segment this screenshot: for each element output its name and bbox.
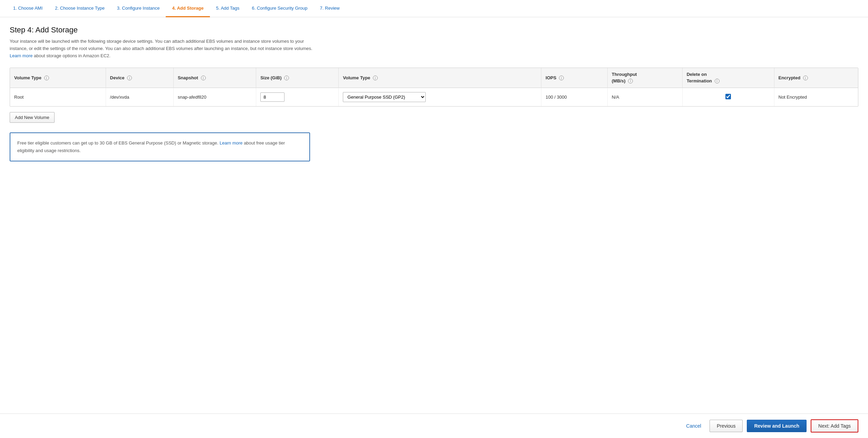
add-new-volume-button[interactable]: Add New Volume [10,112,55,123]
page-desc-text: Your instance will be launched with the … [10,39,312,51]
wizard-step-add-tags[interactable]: 5. Add Tags [210,0,246,17]
free-tier-learn-more-link[interactable]: Learn more [220,140,242,146]
volume-type-info-icon[interactable]: i [373,76,378,80]
wizard-step-add-storage[interactable]: 4. Add Storage [166,0,210,17]
wizard-step-choose-ami[interactable]: 1. Choose AMI [7,0,49,17]
table-header-row: Volume Type i Device i Snapshot i Size (… [10,68,858,88]
page-title: Step 4: Add Storage [10,26,858,34]
delete-on-termination-info-icon[interactable]: i [715,79,720,83]
wizard-step-configure-security-group[interactable]: 6. Configure Security Group [245,0,314,17]
col-header-iops: IOPS i [541,68,607,88]
col-header-device: Device i [106,68,173,88]
size-info-icon[interactable]: i [284,76,289,80]
volume-type-label-info-icon[interactable]: i [44,76,49,80]
cell-size [256,88,339,106]
col-header-volume-type-label: Volume Type i [10,68,106,88]
free-tier-info-box: Free tier eligible customers can get up … [10,132,310,161]
iops-info-icon[interactable]: i [559,76,564,80]
col-header-volume-type: Volume Type i [339,68,541,88]
col-header-size: Size (GiB) i [256,68,339,88]
col-header-snapshot: Snapshot i [173,68,256,88]
free-tier-text-before: Free tier eligible customers can get up … [17,140,218,146]
col-header-throughput: Throughput(MB/s) i [607,68,682,88]
footer-bar: Cancel Previous Review and Launch Next: … [0,414,868,438]
wizard-step-configure-instance[interactable]: 3. Configure Instance [111,0,166,17]
cell-throughput: N/A [607,88,682,106]
storage-table-container: Volume Type i Device i Snapshot i Size (… [10,68,858,106]
cell-volume-type: General Purpose SSD (GP2) Provisioned IO… [339,88,541,106]
cell-volume-type-label: Root [10,88,106,106]
snapshot-info-icon[interactable]: i [201,76,206,80]
cell-encrypted: Not Encrypted [774,88,858,106]
page-description: Your instance will be launched with the … [10,38,320,59]
page-desc-suffix: about storage options in Amazon EC2. [32,53,110,58]
table-row: Root /dev/xvda snap-afedf820 General Pur… [10,88,858,106]
learn-more-link[interactable]: Learn more [10,53,32,58]
wizard-navigation: 1. Choose AMI 2. Choose Instance Type 3.… [0,0,868,17]
encrypted-info-icon[interactable]: i [803,76,808,80]
cell-snapshot: snap-afedf820 [173,88,256,106]
delete-on-termination-checkbox[interactable] [725,94,731,99]
main-content: Step 4: Add Storage Your instance will b… [0,17,868,183]
cancel-button[interactable]: Cancel [682,420,705,431]
cell-iops: 100 / 3000 [541,88,607,106]
col-header-encrypted: Encrypted i [774,68,858,88]
storage-table: Volume Type i Device i Snapshot i Size (… [10,68,858,106]
cell-delete-on-termination [682,88,774,106]
wizard-step-choose-instance-type[interactable]: 2. Choose Instance Type [49,0,111,17]
wizard-step-review[interactable]: 7. Review [314,0,346,17]
cell-device: /dev/xvda [106,88,173,106]
size-input[interactable] [260,92,284,102]
next-add-tags-button[interactable]: Next: Add Tags [811,419,858,432]
throughput-info-icon[interactable]: i [628,79,633,83]
col-header-delete-on-termination: Delete onTermination i [682,68,774,88]
previous-button[interactable]: Previous [710,420,743,432]
review-and-launch-button[interactable]: Review and Launch [747,420,807,432]
volume-type-select[interactable]: General Purpose SSD (GP2) Provisioned IO… [343,92,426,102]
device-info-icon[interactable]: i [127,76,132,80]
